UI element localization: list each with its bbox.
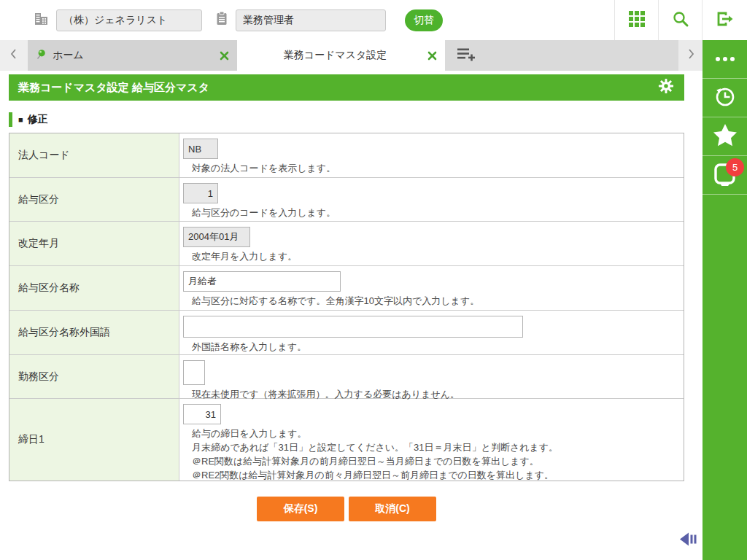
sidebar-history-button[interactable] <box>703 79 747 117</box>
field-label: 給与区分 <box>9 178 179 221</box>
field-label: 法人コード <box>9 133 179 177</box>
field-value-cell: 給与の締日を入力します。 月末締めであれば「31日」と設定してください。「31日… <box>179 399 684 481</box>
corporate-code-input[interactable] <box>183 139 218 159</box>
form-table: 法人コード 対象の法人コードを表示します。 給与区分 給与区分のコードを入力しま… <box>9 133 684 481</box>
form-row-revision-month: 改定年月 改定年月を入力します。 <box>9 221 684 265</box>
field-value-cell: 外国語名称を入力します。 <box>179 311 684 354</box>
field-label: 改定年月 <box>9 222 179 265</box>
form-row-salary-class-name: 給与区分名称 給与区分に対応する名称です。全角漢字10文字以内で入力します。 <box>9 265 684 310</box>
tab-gyomu-code-master[interactable]: 業務コードマスタ設定 <box>237 40 445 71</box>
field-value-cell: 給与区分のコードを入力します。 <box>179 178 684 221</box>
sidebar-more-button[interactable] <box>703 40 747 79</box>
role-input[interactable] <box>236 9 386 31</box>
field-label: 給与区分名称外国語 <box>9 311 179 354</box>
form-row-corporate-code: 法人コード 対象の法人コードを表示します。 <box>9 133 684 177</box>
field-help: 改定年月を入力します。 <box>183 249 678 263</box>
apps-grid-icon <box>628 10 646 31</box>
chevron-right-icon <box>686 48 695 63</box>
history-icon <box>712 83 738 112</box>
field-value-cell: 給与区分に対応する名称です。全角漢字10文字以内で入力します。 <box>179 266 684 310</box>
page-title-bar: 業務コードマスタ設定 給与区分マスタ <box>9 74 684 101</box>
tab-bar: ホーム 業務コードマスタ設定 <box>0 40 703 71</box>
tabbar-spacer <box>487 40 678 71</box>
sidebar-collapse-button[interactable] <box>680 531 700 548</box>
field-value-cell: 改定年月を入力します。 <box>179 222 684 265</box>
right-sidebar: 5 <box>703 40 747 560</box>
field-help: 外国語名称を入力します。 <box>183 340 678 354</box>
page-title: 業務コードマスタ設定 給与区分マスタ <box>18 81 657 95</box>
field-value-cell: 現在未使用です（将来拡張用）。入力する必要はありません。 <box>179 355 684 398</box>
notification-badge: 5 <box>726 158 744 176</box>
app-window: 切替 <box>0 0 747 560</box>
switch-button[interactable]: 切替 <box>405 9 443 31</box>
tabs-scroll-left-button[interactable] <box>0 40 28 71</box>
section-bullet: ■ <box>18 115 23 124</box>
cancel-button[interactable]: 取消(C) <box>349 497 436 521</box>
header-action-group <box>614 0 747 40</box>
field-help: 給与区分に対応する名称です。全角漢字10文字以内で入力します。 <box>183 294 678 308</box>
field-label: 勤務区分 <box>9 355 179 398</box>
tab-gyomu-close-icon[interactable] <box>426 50 438 61</box>
closing-day-input[interactable] <box>183 404 221 424</box>
field-label: 締日1 <box>9 399 179 481</box>
add-tab-button[interactable] <box>445 40 487 71</box>
tab-home-close-icon[interactable] <box>218 50 230 61</box>
tab-gyomu-label: 業務コードマスタ設定 <box>244 49 426 62</box>
search-button[interactable] <box>658 0 702 40</box>
sidebar-favorites-button[interactable] <box>703 117 747 156</box>
ellipsis-icon <box>716 57 735 61</box>
sidebar-tray-button[interactable]: 5 <box>703 156 747 195</box>
gear-icon <box>658 78 674 97</box>
section-title: 修正 <box>28 113 48 126</box>
salary-class-name-foreign-input[interactable] <box>183 316 523 338</box>
company-input[interactable] <box>56 9 202 31</box>
add-tab-icon <box>457 47 476 64</box>
salary-class-name-input[interactable] <box>183 271 341 292</box>
app-header: 切替 <box>0 0 747 40</box>
form-row-salary-class-name-foreign: 給与区分名称外国語 外国語名称を入力します。 <box>9 310 684 354</box>
tab-home[interactable]: ホーム <box>28 40 237 71</box>
building-icon <box>34 11 49 29</box>
field-value-cell: 対象の法人コードを表示します。 <box>179 133 684 177</box>
form-row-closing-day: 締日1 給与の締日を入力します。 月末締めであれば「31日」と設定してください。… <box>9 398 684 481</box>
clipboard-icon <box>215 11 228 29</box>
field-label: 給与区分名称 <box>9 266 179 310</box>
salary-class-input[interactable] <box>183 183 218 203</box>
collapse-arrow-icon <box>680 537 699 550</box>
chevron-left-icon <box>9 48 18 63</box>
save-button[interactable]: 保存(S) <box>257 497 344 521</box>
logout-icon <box>716 10 735 31</box>
tabs-scroll-right-button[interactable] <box>678 40 703 71</box>
search-icon <box>672 10 689 31</box>
settings-button[interactable] <box>657 79 675 96</box>
apps-grid-button[interactable] <box>614 0 658 40</box>
section-heading: ■ 修正 <box>9 112 703 127</box>
field-help: 給与区分のコードを入力します。 <box>183 206 678 219</box>
star-icon <box>712 122 738 150</box>
work-class-input[interactable] <box>183 360 205 385</box>
field-help: 対象の法人コードを表示します。 <box>183 161 678 175</box>
header-context-group: 切替 <box>0 9 443 31</box>
main-content: 業務コードマスタ設定 給与区分マスタ <box>0 71 703 560</box>
field-help: 給与の締日を入力します。 月末締めであれば「31日」と設定してください。「31日… <box>183 427 678 482</box>
logout-button[interactable] <box>702 0 747 40</box>
revision-month-input[interactable] <box>183 227 250 247</box>
form-row-salary-class: 給与区分 給与区分のコードを入力します。 <box>9 177 684 221</box>
form-row-work-class: 勤務区分 現在未使用です（将来拡張用）。入力する必要はありません。 <box>9 354 684 398</box>
tab-home-label: ホーム <box>47 49 218 62</box>
form-actions: 保存(S) 取消(C) <box>9 497 684 521</box>
pin-icon <box>35 48 47 63</box>
